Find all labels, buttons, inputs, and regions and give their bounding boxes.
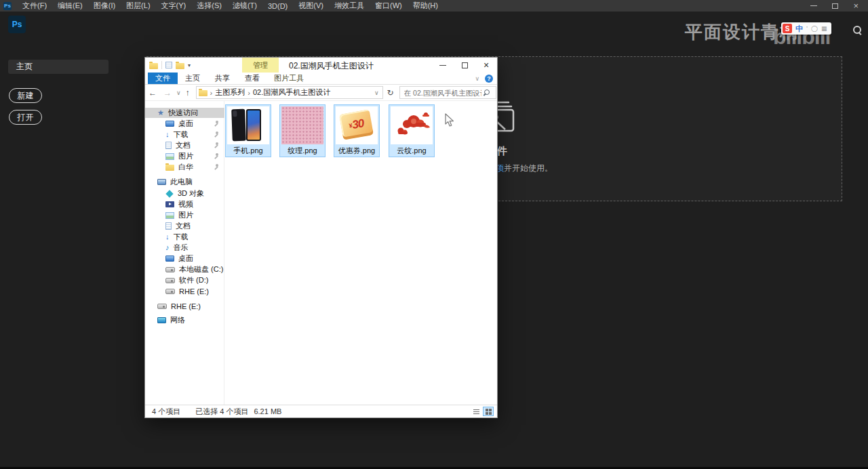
file-item-cloud[interactable]: 云纹.png [389, 104, 435, 157]
menu-edit[interactable]: 编辑(E) [52, 0, 88, 12]
menu-filter[interactable]: 滤镜(T) [227, 0, 262, 12]
mouse-cursor [445, 113, 455, 130]
back-icon[interactable]: ← [145, 88, 160, 98]
ime-toolbar[interactable]: S 中 ’ ◯ ▦ [781, 22, 831, 35]
computer-icon [157, 179, 166, 185]
maximize-button[interactable] [454, 58, 475, 73]
sidebar-item-local-disk-c[interactable]: 本地磁盘 (C:) [145, 264, 224, 274]
search-icon[interactable] [483, 89, 490, 96]
sidebar-item-home[interactable]: 主页 [8, 60, 108, 74]
desktop-icon [165, 256, 174, 262]
breadcrumb-root[interactable]: 主图系列 [215, 87, 245, 98]
sidebar-item-documents-pc[interactable]: 文档 [145, 221, 224, 231]
menu-view[interactable]: 视图(V) [293, 0, 329, 12]
grid-view-icon [486, 409, 492, 415]
minimize-icon[interactable] [810, 5, 817, 6]
coupon-graphic: ¥30 [339, 109, 374, 140]
search-icon[interactable] [853, 26, 861, 34]
sidebar-item-pictures-pc[interactable]: 图片 [145, 210, 224, 220]
file-item-texture[interactable]: 纹理.png [279, 104, 326, 157]
breadcrumb-current[interactable]: 02.国潮风手机主图设计 [253, 87, 330, 98]
menu-select[interactable]: 选择(S) [191, 0, 227, 12]
menu-help[interactable]: 帮助(H) [408, 0, 443, 12]
refresh-icon[interactable]: ↻ [383, 88, 398, 98]
pin-icon [214, 131, 219, 138]
network-icon [157, 317, 166, 323]
items-count: 4 个项目 [145, 407, 180, 417]
menu-file[interactable]: 文件(F) [17, 0, 52, 12]
view-toggle-buttons [471, 407, 497, 416]
menu-image[interactable]: 图像(I) [88, 0, 121, 12]
cloud-thumbnail [391, 106, 433, 144]
download-icon: ↓ [165, 131, 170, 138]
recent-locations-icon[interactable]: ∨ [175, 89, 182, 96]
sidebar-item-desktop-pc[interactable]: 桌面 [145, 253, 224, 264]
maximize-icon [462, 62, 468, 68]
phone-thumbnail [227, 106, 269, 144]
sidebar-item-network[interactable]: 网络 [145, 315, 224, 325]
file-item-coupon[interactable]: ¥30 优惠券.png [334, 104, 380, 157]
tab-file[interactable]: 文件 [148, 73, 178, 84]
close-icon[interactable]: × [853, 3, 859, 9]
menu-3d[interactable]: 3D(D) [262, 1, 293, 12]
disk-icon [165, 267, 175, 272]
sidebar-item-downloads[interactable]: ↓ 下载 [145, 129, 224, 140]
sidebar-item-software-d[interactable]: 软件 (D:) [145, 275, 224, 285]
pin-icon [214, 142, 219, 148]
sidebar-item-quick-access[interactable]: ★ 快速访问 [145, 108, 224, 118]
ps-app-icon: Ps [3, 2, 12, 10]
forward-icon[interactable]: → [160, 88, 175, 98]
properties-icon[interactable] [165, 62, 172, 68]
minimize-button[interactable] [432, 58, 454, 73]
up-icon[interactable]: ↑ [182, 88, 193, 98]
sidebar-item-this-pc[interactable]: 此电脑 [145, 177, 224, 187]
pin-icon [214, 164, 219, 170]
sidebar-item-videos[interactable]: 视频 [145, 199, 224, 209]
close-button[interactable]: × [475, 58, 497, 73]
folder-icon[interactable] [149, 63, 158, 69]
restore-icon[interactable] [832, 3, 838, 9]
tab-picture-tools[interactable]: 图片工具 [267, 73, 311, 84]
help-icon[interactable]: ? [485, 75, 493, 83]
cube-icon [165, 190, 173, 197]
sidebar-item-rhe-drive[interactable]: RHE (E:) [145, 301, 224, 311]
ime-keyboard-icon: ▦ [821, 25, 827, 32]
chevron-down-icon[interactable]: ▾ [188, 62, 191, 68]
navigation-pane: ★ 快速访问 桌面 ↓ 下载 文档 [145, 101, 224, 405]
sidebar-item-downloads-pc[interactable]: ↓ 下载 [145, 232, 224, 242]
sidebar-item-documents[interactable]: 文档 [145, 140, 224, 150]
pin-icon [214, 153, 219, 159]
details-view-button[interactable] [471, 407, 481, 416]
menu-layer[interactable]: 图层(L) [121, 0, 155, 12]
collapse-ribbon-icon[interactable]: ∨ [475, 75, 479, 82]
address-bar-row: ← → ∨ ↑ › 主图系列 › 02.国潮风手机主图设计 ∨ ↻ [145, 85, 497, 101]
menu-type[interactable]: 文字(Y) [156, 0, 192, 12]
sidebar-item-pictures[interactable]: 图片 [145, 151, 224, 161]
explorer-titlebar[interactable]: ▾ 管理 02.国潮风手机主图设计 × [145, 58, 497, 73]
search-input[interactable] [403, 88, 483, 98]
ps-logo: Ps [8, 16, 26, 33]
new-file-button[interactable]: 新建 [9, 88, 42, 103]
file-item-phone[interactable]: 手机.png [225, 104, 271, 157]
sidebar-item-3d-objects[interactable]: 3D 对象 [145, 188, 224, 199]
sidebar-item-music[interactable]: ♪ 音乐 [145, 243, 224, 253]
sidebar-item-desktop[interactable]: 桌面 [145, 119, 224, 129]
tab-share[interactable]: 共享 [208, 73, 237, 84]
thumbnails-view-button[interactable] [483, 407, 494, 416]
document-icon [165, 222, 172, 230]
ps-window-controls: × [810, 3, 868, 9]
tab-view[interactable]: 查看 [237, 73, 267, 84]
search-box[interactable] [399, 86, 496, 99]
menu-plugins[interactable]: 增效工具 [329, 0, 370, 12]
manage-tab-label[interactable]: 管理 [242, 58, 279, 73]
address-bar[interactable]: › 主图系列 › 02.国潮风手机主图设计 ∨ [196, 86, 383, 99]
list-view-icon [473, 409, 479, 414]
address-dropdown-icon[interactable]: ∨ [373, 89, 380, 96]
tab-home[interactable]: 主页 [178, 73, 208, 84]
menu-window[interactable]: 窗口(W) [370, 0, 408, 12]
sidebar-item-baihua-folder[interactable]: 白华 [145, 162, 224, 172]
new-folder-icon[interactable] [176, 63, 184, 69]
phone-front-graphic [246, 109, 261, 141]
open-file-button[interactable]: 打开 [9, 110, 42, 125]
sidebar-item-rhe-e[interactable]: RHE (E:) [145, 286, 224, 296]
